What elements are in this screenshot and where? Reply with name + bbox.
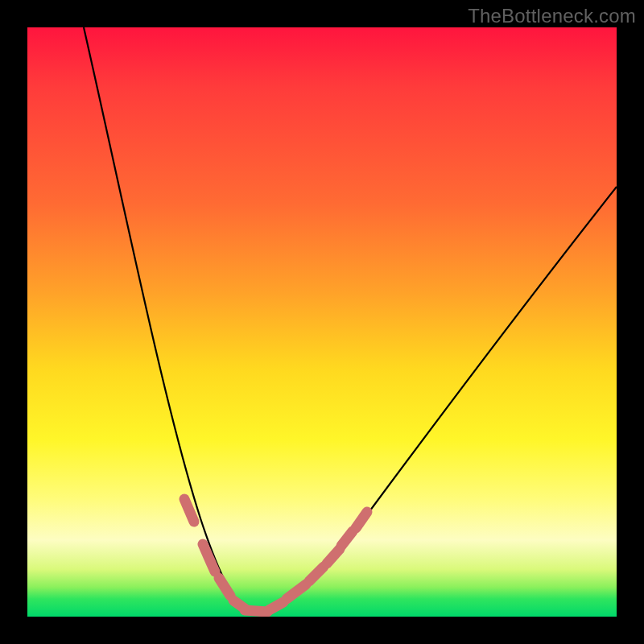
highlight-seg — [309, 567, 324, 581]
watermark-text: TheBottleneck.com — [468, 5, 636, 27]
highlight-seg — [184, 499, 194, 522]
highlight-seg — [327, 549, 340, 564]
curve-left-branch — [84, 27, 253, 615]
highlight-seg — [219, 578, 230, 596]
curve-layer — [27, 27, 617, 617]
highlight-seg — [356, 512, 367, 528]
chart-frame: TheBottleneck.com — [0, 0, 644, 644]
curve-right-branch — [253, 187, 617, 615]
highlight-seg — [203, 544, 215, 572]
plot-area — [27, 27, 617, 617]
highlight-group — [184, 499, 367, 612]
highlight-seg — [269, 602, 283, 610]
highlight-seg — [341, 531, 353, 546]
highlight-seg — [287, 584, 306, 599]
